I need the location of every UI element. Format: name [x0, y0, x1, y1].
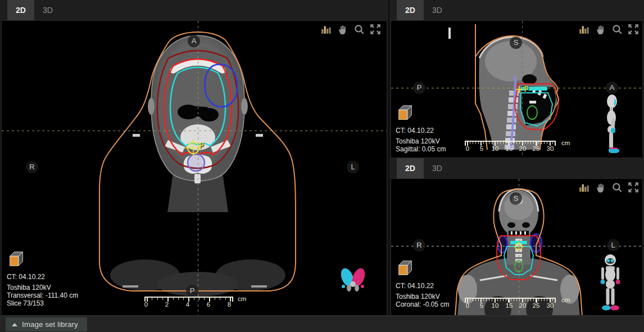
poi-label: p [199, 140, 203, 148]
info-slice-number: Slice 73/153 [7, 299, 78, 307]
coronal-viewport[interactable]: S R L CT: 04.10.22 Toshiba 120kV Coronal… [391, 178, 643, 316]
image-set-cube-icon [396, 103, 415, 123]
coronal-view-toolbar [579, 182, 639, 193]
crosshair-horizontal[interactable] [391, 88, 642, 88]
pan-icon[interactable] [595, 24, 606, 35]
sagittal-scale-ruler: 0 5 10 15 20 25 30 cm [465, 141, 566, 146]
crosshair-vertical[interactable] [198, 21, 198, 315]
fit-view-icon[interactable] [628, 24, 639, 35]
fit-view-icon[interactable] [628, 182, 639, 193]
coronal-image-info: CT: 04.10.22 Toshiba 120kV Coronal: -0.0… [396, 258, 449, 308]
info-slice-position: Transversal: -111.40 cm [7, 291, 78, 299]
orientation-label-anterior: A [606, 82, 618, 94]
sagittal-viewport[interactable]: p S P A CT: 04.10.22 Toshiba 120kV Sagit… [391, 20, 643, 158]
orientation-label-posterior: P [413, 82, 425, 94]
sagittal-view-toolbar [579, 24, 639, 35]
coronal-tab-3d[interactable]: 3D [424, 158, 451, 178]
orientation-label-anterior: A [188, 35, 200, 47]
orientation-label-superior: S [510, 192, 522, 205]
info-ct-date: CT: 04.10.22 [7, 273, 78, 281]
axial-tabbar: 2D 3D [0, 0, 388, 20]
axial-view-toolbar [321, 24, 381, 35]
zoom-icon[interactable] [353, 24, 365, 35]
sagittal-image-info: CT: 04.10.22 Toshiba 120kV Sagittal: 0.0… [396, 103, 446, 153]
info-ct-date: CT: 04.10.22 [396, 282, 449, 290]
info-slice-position: Coronal: -0.05 cm [396, 300, 449, 308]
image-set-cube-icon [7, 249, 26, 270]
window-level-icon[interactable] [321, 24, 332, 35]
orientation-label-right: R [26, 161, 38, 173]
image-set-library-label: Image set library [22, 320, 78, 329]
info-scanner: Toshiba 120kV [396, 137, 446, 145]
info-slice-position: Sagittal: 0.05 cm [396, 145, 446, 153]
orientation-label-left: L [347, 161, 359, 173]
collapse-up-icon [12, 323, 17, 326]
bottom-bar: Image set library [0, 316, 644, 332]
sagittal-tab-3d[interactable]: 3D [424, 0, 451, 20]
orientation-figure-top-icon [336, 264, 370, 295]
pan-icon[interactable] [337, 24, 348, 35]
orientation-label-superior: S [510, 37, 522, 49]
info-scanner: Toshiba 120kV [7, 284, 78, 291]
axial-image-info: CT: 04.10.22 Toshiba 120kV Transversal: … [7, 249, 78, 307]
zoom-icon[interactable] [611, 182, 623, 193]
axial-scale-ruler: 0 2 4 6 8 cm [144, 297, 240, 302]
sagittal-tabbar: 2D 3D [389, 0, 644, 20]
window-level-icon[interactable] [579, 24, 590, 35]
crosshair-horizontal[interactable] [391, 246, 642, 246]
window-level-icon[interactable] [579, 182, 590, 193]
axial-tab-3d[interactable]: 3D [34, 0, 61, 20]
orientation-label-posterior: P [186, 285, 198, 297]
orientation-figure-front-icon [597, 253, 623, 312]
image-set-cube-icon [396, 258, 415, 279]
fit-view-icon[interactable] [370, 24, 381, 35]
info-scanner: Toshiba 120kV [396, 293, 449, 300]
pan-icon[interactable] [595, 182, 606, 193]
info-ct-date: CT: 04.10.22 [396, 127, 446, 134]
crosshair-horizontal[interactable] [2, 131, 387, 131]
axial-viewport[interactable]: p A R L P CT: 04.10.22 Toshiba 120kV Tra… [1, 20, 387, 316]
poi-label: p [524, 84, 528, 92]
coronal-tab-2d[interactable]: 2D [397, 158, 424, 178]
zoom-icon[interactable] [611, 24, 623, 35]
planning-workspace: 2D 3D [0, 0, 644, 332]
coronal-scale-ruler: 0 5 10 15 20 25 30 cm [465, 298, 566, 303]
crosshair-vertical[interactable] [522, 21, 523, 158]
orientation-label-right: R [413, 239, 425, 252]
coronal-tabbar: 2D 3D [389, 158, 644, 178]
image-set-library-button[interactable]: Image set library [6, 317, 87, 331]
orientation-label-left: L [607, 239, 619, 252]
orientation-figure-side-icon [601, 94, 623, 157]
sagittal-tab-2d[interactable]: 2D [397, 0, 424, 20]
axial-tab-2d[interactable]: 2D [7, 0, 34, 20]
